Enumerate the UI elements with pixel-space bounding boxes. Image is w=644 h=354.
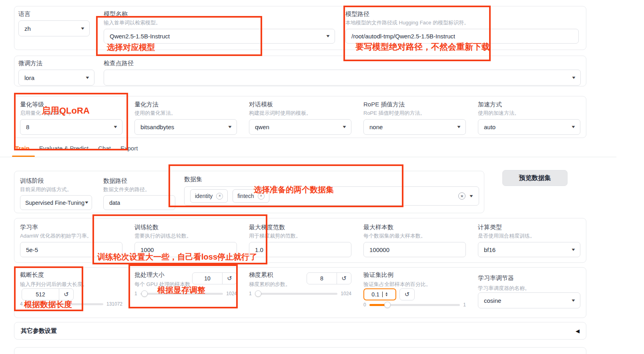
dataset-chip: fintech ×	[233, 189, 269, 203]
grad-accum-slider[interactable]	[255, 293, 338, 295]
field-val-size: 验证集比例 验证集占全部样本的百分比。 0.1 ▲ ▼ ↺ 0	[363, 268, 466, 318]
template-label: 对话模板	[249, 100, 351, 108]
quantization-bit-label: 量化等级	[20, 100, 122, 108]
clear-icon[interactable]: ✕	[458, 192, 465, 200]
preview-dataset-button[interactable]: 预览数据集	[502, 170, 568, 186]
finetuning-method-select[interactable]: lora ▼	[18, 70, 94, 86]
finetune-config-card: 微调方法 lora ▼ 检查点路径 ▼	[14, 56, 586, 86]
rope-scaling-info: RoPE 插值时使用的方法。	[363, 110, 466, 117]
partial-tuning-label: 部分参数微调设置	[21, 348, 69, 354]
booster-select[interactable]: auto ▼	[478, 119, 580, 135]
batch-size-slider[interactable]	[140, 293, 223, 295]
tab-evaluate-predict[interactable]: Evaluate & Predict	[39, 145, 88, 152]
model-path-info: 本地模型的文件路径或 Hugging Face 的模型标识符。	[345, 19, 579, 26]
grad-accum-stepper[interactable]: 8 ↺	[307, 272, 351, 284]
tabs-divider	[0, 157, 616, 157]
reset-icon[interactable]: ↺	[399, 288, 415, 300]
reset-icon[interactable]: ↺	[222, 273, 237, 284]
quantization-method-value: bitsandbytes	[140, 124, 174, 130]
spin-down-icon[interactable]: ▼	[385, 294, 388, 297]
cutoff-length-stepper[interactable]: 512 ↺	[22, 288, 74, 300]
slider-min-label: 0	[363, 302, 366, 308]
slider-min-label: 1	[134, 291, 137, 296]
field-checkpoint-path: 检查点路径 ▼	[104, 59, 581, 86]
batch-size-stepper[interactable]: 10 ↺	[192, 272, 237, 284]
slider-handle[interactable]	[26, 301, 33, 307]
model-name-select[interactable]: Qwen2.5-1.5B-Instruct ▼	[104, 29, 335, 44]
spinner-icons[interactable]: ▲ ▼	[385, 292, 388, 297]
dataset-chip-label: identity	[195, 193, 213, 199]
remove-icon[interactable]: ×	[216, 193, 223, 200]
compute-type-label: 计算类型	[478, 223, 580, 231]
field-finetuning-method: 微调方法 lora ▼	[18, 59, 94, 86]
slider-max-label: 131072	[106, 301, 122, 307]
dataset-label: 数据集	[184, 175, 479, 183]
rope-scaling-select[interactable]: none ▼	[363, 119, 466, 135]
tab-train[interactable]: Train	[15, 145, 30, 152]
max-grad-norm-input[interactable]: 1.0	[249, 242, 351, 257]
batch-size-slider-row: 1 1024	[134, 291, 237, 296]
collapse-arrow-icon: ◀	[576, 328, 580, 334]
template-info: 构建提示词时使用的模板。	[249, 110, 351, 117]
grad-accum-value: 8	[307, 273, 337, 284]
model-name-info: 输入首单词以检索模型。	[104, 19, 335, 26]
finetuning-method-label: 微调方法	[18, 59, 94, 67]
learning-rate-input[interactable]: 5e-5	[20, 242, 122, 257]
model-path-input[interactable]: /root/autodl-tmp/Qwen2.5-1.5B-Instruct	[345, 29, 579, 44]
max-samples-input[interactable]: 100000	[363, 242, 466, 257]
rope-scaling-value: none	[369, 124, 383, 130]
cutoff-length-label: 截断长度	[20, 271, 44, 279]
text-cursor	[382, 292, 383, 297]
quantization-method-select[interactable]: bitsandbytes ▼	[134, 119, 237, 135]
field-dataset: 数据集 identity × fintech × ✕ ▼	[184, 175, 479, 206]
language-value: zh	[24, 25, 31, 32]
checkpoint-path-select[interactable]: ▼	[104, 70, 581, 86]
slider-handle[interactable]	[384, 302, 391, 308]
template-select[interactable]: qwen ▼	[249, 119, 351, 135]
max-grad-norm-label: 最大梯度范数	[249, 223, 351, 231]
reset-icon[interactable]: ↺	[337, 273, 351, 284]
training-stage-select[interactable]: Supervised Fine-Tuning ▼	[20, 195, 92, 210]
chevron-down-icon: ▼	[325, 34, 331, 38]
checkpoint-path-label: 检查点路径	[104, 59, 581, 67]
dataset-select-controls: ✕ ▼	[458, 192, 473, 200]
field-learning-rate: 学习率 AdamW 优化器的初始学习率。 5e-5	[20, 223, 122, 258]
field-lr-scheduler: 学习率调节器 学习率调度器的名称。 cosine ▼	[478, 268, 580, 318]
tab-chat[interactable]: Chat	[98, 145, 111, 152]
grad-accum-slider-row: 1 1024	[249, 291, 351, 296]
tab-export[interactable]: Export	[120, 145, 138, 152]
compute-type-info: 是否使用混合精度训练。	[478, 232, 580, 240]
cutoff-length-slider[interactable]	[26, 303, 103, 305]
slider-handle[interactable]	[141, 290, 148, 297]
main-tabs: Train Evaluate & Predict Chat Export	[15, 145, 138, 152]
remove-icon[interactable]: ×	[258, 193, 265, 200]
field-model-name: 模型名称 输入首单词以检索模型。 Qwen2.5-1.5B-Instruct ▼	[104, 10, 335, 44]
language-select[interactable]: zh ▼	[18, 20, 90, 36]
cutoff-length-info: 输入序列分词后的最大长度。	[20, 281, 88, 288]
lr-scheduler-select[interactable]: cosine ▼	[478, 292, 580, 308]
reset-icon[interactable]: ↺	[59, 289, 73, 300]
slider-min-label: 4	[20, 301, 23, 307]
lr-scheduler-label: 学习率调节器	[478, 274, 514, 282]
grad-accum-info: 梯度累积的步数。	[249, 281, 305, 288]
val-size-input[interactable]: 0.1 ▲ ▼	[363, 288, 396, 300]
slider-handle[interactable]	[255, 290, 261, 297]
chevron-down-icon: ▼	[85, 76, 90, 80]
compute-type-select[interactable]: bf16 ▼	[478, 242, 580, 257]
epochs-label: 训练轮数	[134, 223, 237, 231]
training-stage-label: 训练阶段	[20, 177, 92, 185]
val-size-slider-row: 0 1	[363, 302, 466, 308]
val-size-info: 验证集占全部样本的百分比。	[363, 281, 431, 288]
epochs-input[interactable]: 1000	[134, 242, 237, 257]
quantization-method-label: 量化方法	[134, 100, 237, 108]
quantization-bit-info: 启用量化（QLoRA）。	[20, 110, 122, 117]
extra-args-accordion[interactable]: 其它参数设置 ◀	[14, 322, 586, 340]
val-size-slider[interactable]	[369, 304, 460, 306]
dataset-multiselect[interactable]: identity × fintech × ✕ ▼	[184, 186, 479, 206]
lr-scheduler-value: cosine	[484, 297, 501, 304]
max-samples-label: 最大样本数	[363, 223, 466, 231]
partial-tuning-accordion[interactable]: 部分参数微调设置	[14, 347, 586, 354]
field-training-stage: 训练阶段 目前采用的训练方式。 Supervised Fine-Tuning ▼	[20, 177, 92, 210]
quantization-bit-select[interactable]: 8 ▼	[20, 119, 122, 135]
data-dir-input[interactable]: data	[103, 195, 175, 210]
